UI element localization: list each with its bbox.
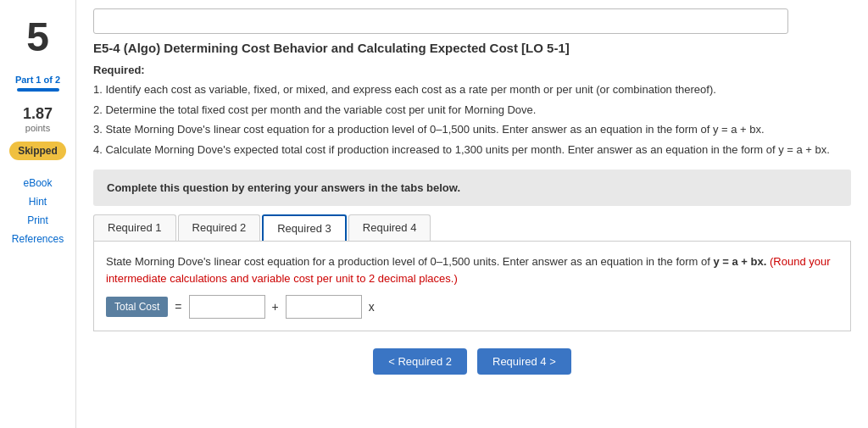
requirement-2: 2. Determine the total fixed cost per mo… — [93, 102, 851, 119]
top-text-input[interactable] — [93, 8, 788, 34]
tabs-row: Required 1 Required 2 Required 3 Require… — [93, 214, 851, 242]
tab-required3[interactable]: Required 3 — [262, 214, 347, 241]
references-link[interactable]: References — [12, 233, 64, 245]
hint-link[interactable]: Hint — [29, 196, 47, 208]
equation-input-b[interactable] — [286, 295, 362, 319]
skipped-badge: Skipped — [9, 142, 66, 160]
part-label: Part 1 of 2 — [15, 75, 60, 85]
tab-required4[interactable]: Required 4 — [348, 214, 431, 241]
complete-instruction-box: Complete this question by entering your … — [93, 170, 851, 206]
plus-sign: + — [272, 300, 279, 314]
nav-buttons-row: < Required 2 Required 4 > — [93, 348, 851, 375]
instruction-main: State Morning Dove's linear cost equatio… — [106, 255, 710, 268]
req2-button[interactable]: < Required 2 — [373, 348, 467, 375]
points-value: 1.87 — [23, 105, 53, 123]
instruction-bold: y = a + bx. — [713, 255, 766, 268]
x-label: x — [369, 300, 375, 314]
points-label: points — [25, 123, 50, 133]
tab-instruction: State Morning Dove's linear cost equatio… — [106, 253, 838, 286]
req4-button[interactable]: Required 4 > — [477, 348, 571, 375]
requirement-4: 4. Calculate Morning Dove's expected tot… — [93, 142, 851, 158]
question-title: E5-4 (Algo) Determining Cost Behavior an… — [93, 41, 851, 55]
part-progress-bar — [17, 88, 59, 92]
tab-required1[interactable]: Required 1 — [93, 214, 176, 241]
required-heading: Required: — [93, 64, 851, 76]
tab-content-area: State Morning Dove's linear cost equatio… — [93, 242, 851, 331]
requirements-list: 1. Identify each cost as variable, fixed… — [93, 81, 851, 158]
ebook-link[interactable]: eBook — [23, 177, 52, 189]
equation-row: Total Cost = + x — [106, 295, 838, 319]
requirement-1: 1. Identify each cost as variable, fixed… — [93, 81, 851, 98]
equals-sign: = — [175, 300, 181, 314]
tab-required2[interactable]: Required 2 — [178, 214, 261, 241]
requirement-3: 3. State Morning Dove's linear cost equa… — [93, 121, 851, 138]
problem-number: 5 — [26, 17, 49, 58]
print-link[interactable]: Print — [27, 214, 48, 226]
equation-label: Total Cost — [106, 297, 168, 317]
equation-input-a[interactable] — [189, 295, 265, 319]
